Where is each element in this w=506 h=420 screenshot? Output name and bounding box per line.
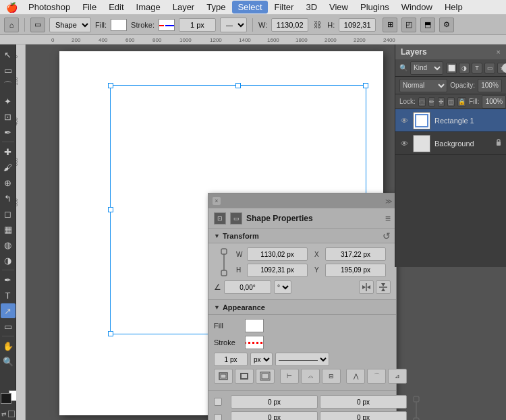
swap-colors-icon[interactable]: ⇄ bbox=[1, 411, 7, 417]
menu-view[interactable]: View bbox=[324, 1, 354, 13]
stroke-join-bevel[interactable]: ⊿ bbox=[388, 369, 407, 384]
lock-position-icon[interactable]: ✛ bbox=[438, 97, 445, 107]
transform-width-input[interactable] bbox=[247, 247, 308, 261]
brush-tool[interactable]: 🖌 bbox=[1, 160, 16, 175]
fill-color-picker[interactable] bbox=[245, 319, 264, 332]
selection-handle-bl[interactable] bbox=[108, 331, 113, 336]
stroke-cap-butt[interactable]: ⊢ bbox=[280, 369, 299, 384]
transform-height-input[interactable] bbox=[247, 264, 308, 277]
fill-color-swatch[interactable] bbox=[111, 19, 127, 31]
marquee-tool[interactable]: ▭ bbox=[1, 63, 16, 78]
transform-y-input[interactable] bbox=[325, 264, 386, 277]
lasso-tool[interactable]: ⌒ bbox=[1, 78, 16, 93]
stroke-size-input[interactable] bbox=[214, 353, 248, 366]
flip-horizontal-button[interactable] bbox=[359, 280, 374, 294]
shape-mode-button[interactable]: ▭ bbox=[30, 18, 45, 32]
transform-section-header[interactable]: ▼ Transform ↺ bbox=[208, 229, 396, 243]
stroke-cap-round[interactable]: ⌓ bbox=[301, 369, 320, 384]
align-button[interactable]: ⊞ bbox=[383, 18, 397, 32]
stroke-align-btn-3[interactable] bbox=[256, 369, 275, 384]
layers-filter-select[interactable]: Kind Name Effect bbox=[410, 61, 443, 75]
shape-type-select[interactable]: Shape Path Pixels bbox=[49, 18, 91, 32]
stroke-color-picker[interactable] bbox=[245, 336, 264, 349]
height-input[interactable] bbox=[339, 18, 376, 32]
flip-vertical-button[interactable] bbox=[376, 280, 391, 294]
transform-reset-button[interactable]: ↺ bbox=[383, 231, 391, 241]
dodge-tool[interactable]: ◑ bbox=[1, 253, 16, 268]
filter-shape-icon[interactable]: ▭ bbox=[484, 63, 495, 73]
menu-select[interactable]: Select bbox=[232, 1, 267, 13]
transform-chain-link[interactable] bbox=[214, 247, 234, 277]
corner-input-tl[interactable] bbox=[231, 395, 318, 409]
selection-handle-ml[interactable] bbox=[108, 207, 113, 212]
foreground-color-swatch[interactable] bbox=[1, 393, 11, 404]
stroke-size-unit-select[interactable]: px bbox=[250, 353, 273, 366]
crop-tool[interactable]: ⊡ bbox=[1, 109, 16, 124]
blur-tool[interactable]: ◍ bbox=[1, 237, 16, 252]
home-button[interactable]: ⌂ bbox=[4, 18, 19, 32]
menu-file[interactable]: File bbox=[77, 1, 102, 13]
stroke-width-input[interactable] bbox=[179, 18, 216, 32]
properties-close-button[interactable]: × bbox=[213, 197, 221, 205]
selection-handle-tl[interactable] bbox=[108, 83, 113, 88]
blend-mode-select[interactable]: Normal Multiply Screen bbox=[399, 79, 447, 92]
magic-wand-tool[interactable]: ✦ bbox=[1, 94, 16, 109]
layer-visibility-background[interactable]: 👁 bbox=[399, 139, 409, 148]
fill-input[interactable] bbox=[482, 95, 506, 109]
menu-window[interactable]: Window bbox=[396, 1, 438, 13]
transform-x-input[interactable] bbox=[325, 247, 386, 261]
clone-tool[interactable]: ⊕ bbox=[1, 175, 16, 190]
width-input[interactable] bbox=[271, 18, 308, 32]
eyedropper-tool[interactable]: ✒ bbox=[1, 125, 16, 140]
canvas-area[interactable]: × ≫ ⊡ ▭ Shape Properties ≡ ▼ Transform ↺ bbox=[26, 44, 506, 420]
pen-tool[interactable]: ✒ bbox=[1, 272, 16, 287]
apple-menu[interactable]: 🍎 bbox=[5, 1, 18, 13]
history-tool[interactable]: ↰ bbox=[1, 191, 16, 206]
menu-3d[interactable]: 3D bbox=[300, 1, 322, 13]
shape-tool[interactable]: ▭ bbox=[1, 319, 16, 334]
layer-item-background[interactable]: 👁 Background bbox=[395, 132, 506, 155]
stroke-join-miter[interactable]: ⋀ bbox=[346, 369, 365, 384]
layer-visibility-rectangle1[interactable]: 👁 bbox=[399, 116, 409, 125]
angle-input[interactable] bbox=[224, 280, 271, 294]
lock-artboard-icon[interactable]: ◫ bbox=[447, 97, 455, 107]
menu-filter[interactable]: Filter bbox=[269, 1, 300, 13]
hand-tool[interactable]: ✋ bbox=[1, 338, 16, 353]
stroke-line-style-select[interactable]: —————— - - - - - bbox=[275, 353, 329, 366]
lock-transparent-icon[interactable]: ⬚ bbox=[418, 97, 426, 107]
default-colors-icon[interactable] bbox=[8, 411, 15, 417]
menu-photoshop[interactable]: Photoshop bbox=[23, 1, 76, 13]
menu-image[interactable]: Image bbox=[131, 1, 166, 13]
path-selection-tool[interactable]: ↗ bbox=[1, 303, 16, 318]
stroke-align-btn-1[interactable] bbox=[214, 369, 233, 384]
menu-type[interactable]: Type bbox=[201, 1, 231, 13]
corner-chain-link[interactable] bbox=[409, 395, 424, 420]
move-tool[interactable]: ↖ bbox=[1, 47, 16, 62]
menu-help[interactable]: Help bbox=[439, 1, 468, 13]
corner-check-tl[interactable] bbox=[214, 398, 222, 406]
stroke-cap-square[interactable]: ⊟ bbox=[322, 369, 341, 384]
appearance-section-header[interactable]: ▼ Appearance bbox=[208, 300, 396, 315]
properties-expand-button[interactable]: ≫ bbox=[385, 198, 392, 205]
opacity-input[interactable] bbox=[478, 79, 502, 92]
filter-pixel-icon[interactable]: ⬜ bbox=[446, 63, 457, 73]
filter-type-icon[interactable]: T bbox=[472, 63, 482, 73]
properties-titlebar[interactable]: × ≫ bbox=[208, 193, 396, 208]
chain-link-icon[interactable]: ⛓ bbox=[312, 20, 323, 30]
corner-input-br[interactable] bbox=[320, 411, 407, 420]
stroke-line-select[interactable]: —— bbox=[220, 18, 247, 32]
type-tool[interactable]: T bbox=[1, 288, 16, 303]
layers-close-button[interactable]: × bbox=[497, 48, 501, 56]
angle-unit-select[interactable]: ° bbox=[274, 280, 291, 294]
eraser-tool[interactable]: ◻ bbox=[1, 206, 16, 221]
selection-handle-tr[interactable] bbox=[363, 83, 368, 88]
menu-plugins[interactable]: Plugins bbox=[355, 1, 395, 13]
path-arrange-button[interactable]: ⚙ bbox=[439, 18, 454, 32]
menu-edit[interactable]: Edit bbox=[103, 1, 129, 13]
lock-pixels-icon[interactable]: ✏ bbox=[428, 97, 435, 107]
selection-handle-tm[interactable] bbox=[235, 83, 241, 88]
stroke-color-swatch[interactable] bbox=[159, 19, 175, 31]
properties-menu-button[interactable]: ≡ bbox=[385, 213, 391, 224]
corner-input-bl[interactable] bbox=[231, 411, 318, 420]
path-align-button[interactable]: ⬒ bbox=[420, 18, 435, 32]
